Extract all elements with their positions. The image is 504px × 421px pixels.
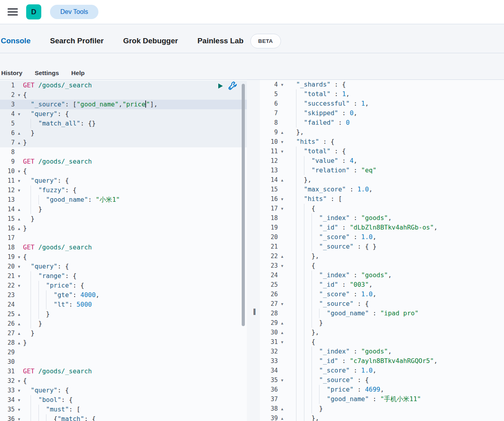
code-line[interactable]: 26▴ }	[0, 319, 247, 328]
fold-toggle-icon[interactable]: ▾	[279, 261, 285, 270]
tab-grok-debugger[interactable]: Grok Debugger	[123, 37, 178, 45]
code-line[interactable]: 39▴ },	[260, 413, 504, 421]
code-line[interactable]: 9GET /goods/_search	[0, 157, 247, 166]
fold-toggle-icon[interactable]: ▾	[279, 80, 285, 89]
code-line[interactable]: 26 "_score" : 1.0,	[260, 290, 504, 299]
code-line[interactable]: 27▾ "_source" : {	[260, 299, 504, 309]
fold-toggle-icon[interactable]: ▾	[16, 395, 22, 405]
fold-toggle-icon[interactable]: ▾	[279, 137, 285, 147]
code-line[interactable]: 6▴ }	[0, 128, 247, 138]
fold-toggle-icon[interactable]: ▾	[16, 386, 22, 395]
fold-toggle-icon[interactable]: ▾	[16, 281, 22, 290]
code-line[interactable]: 30▴ },	[260, 328, 504, 337]
menu-icon[interactable]	[5, 4, 21, 20]
code-line[interactable]: 1GET /goods/_search	[0, 81, 247, 90]
fold-toggle-icon[interactable]: ▴	[279, 404, 285, 413]
code-line[interactable]: 24 "_index" : "goods",	[260, 270, 504, 280]
code-line[interactable]: 23▾ {	[260, 261, 504, 270]
code-line[interactable]: 38▴ }	[260, 404, 504, 413]
code-line[interactable]: 11▾ "query": {	[0, 176, 247, 185]
response-pane[interactable]: 4▾ "_shards" : {5 "total" : 1,6 "success…	[260, 80, 504, 421]
code-line[interactable]: 35▾ "must": [	[0, 405, 247, 414]
fold-toggle-icon[interactable]: ▾	[16, 90, 22, 100]
menu-item-settings[interactable]: Settings	[35, 67, 59, 79]
code-line[interactable]: 13 "relation" : "eq"	[260, 166, 504, 175]
send-request-icon[interactable]	[216, 82, 224, 90]
code-line[interactable]: 18 "_index" : "goods",	[260, 213, 504, 223]
code-line[interactable]: 16▾ "hits" : [	[260, 194, 504, 204]
code-line[interactable]: 37 "good_name" : "手机小米11"	[260, 394, 504, 404]
code-line[interactable]: 7▴}	[0, 138, 247, 147]
code-line[interactable]: 19 "_id" : "dLbZln8BTkv4ahRGb-os",	[260, 223, 504, 232]
code-line[interactable]: 29▴ }	[260, 318, 504, 328]
fold-toggle-icon[interactable]: ▾	[16, 166, 22, 176]
code-line[interactable]: 18GET /goods/_search	[0, 243, 247, 252]
fold-toggle-icon[interactable]: ▴	[16, 328, 22, 338]
code-line[interactable]: 27▴ }	[0, 328, 247, 338]
fold-toggle-icon[interactable]: ▴	[16, 319, 22, 328]
code-line[interactable]: 33 "_id" : "c7ayln8BTkv4ahRGQOr5",	[260, 356, 504, 366]
fold-toggle-icon[interactable]: ▴	[279, 127, 285, 137]
code-line[interactable]: 17▾ {	[260, 204, 504, 213]
fold-toggle-icon[interactable]: ▴	[279, 318, 285, 328]
fold-toggle-icon[interactable]: ▾	[16, 109, 22, 119]
code-line[interactable]: 35▾ "_source" : {	[260, 375, 504, 385]
code-line[interactable]: 9▴ },	[260, 127, 504, 137]
code-line[interactable]: 22▴ },	[260, 251, 504, 261]
code-line[interactable]: 22▾ "price": {	[0, 281, 247, 290]
code-line[interactable]: 32 "_index" : "goods",	[260, 347, 504, 356]
code-line[interactable]: 7 "skipped" : 0,	[260, 108, 504, 118]
code-line[interactable]: 12▾ "fuzzy": {	[0, 185, 247, 195]
app-logo[interactable]: D	[26, 4, 41, 19]
code-line[interactable]: 11▾ "total" : {	[260, 147, 504, 156]
fold-toggle-icon[interactable]: ▴	[16, 224, 22, 233]
tab-painless-lab[interactable]: Painless Lab	[197, 37, 243, 45]
code-line[interactable]: 21▾ "range": {	[0, 271, 247, 281]
code-line[interactable]: 2▾{	[0, 90, 247, 100]
fold-toggle-icon[interactable]: ▾	[279, 204, 285, 213]
code-line[interactable]: 14▴ },	[260, 175, 504, 185]
code-line[interactable]: 31▾ {	[260, 337, 504, 347]
code-line[interactable]: 36▾ {"match": {	[0, 414, 247, 421]
code-line[interactable]: 4▾ "_shards" : {	[260, 80, 504, 89]
tab-console[interactable]: Console	[1, 37, 31, 45]
code-line[interactable]: 19▾{	[0, 252, 247, 262]
code-line[interactable]: 32▾{	[0, 376, 247, 386]
code-line[interactable]: 28▴}	[0, 338, 247, 348]
pane-resizer-handle[interactable]: ‖	[250, 306, 259, 317]
left-pane-scrollbar-thumb[interactable]	[242, 84, 245, 326]
fold-toggle-icon[interactable]: ▾	[279, 194, 285, 204]
code-line[interactable]: 5 "match_all": {}	[0, 119, 247, 128]
code-line[interactable]: 30	[0, 357, 247, 367]
fold-toggle-icon[interactable]: ▴	[279, 251, 285, 261]
fold-toggle-icon[interactable]: ▾	[279, 299, 285, 309]
code-line[interactable]: 13 "good_name": "小米1"	[0, 195, 247, 205]
code-line[interactable]: 16▴}	[0, 224, 247, 233]
code-line[interactable]: 24 "lt": 5000	[0, 300, 247, 309]
fold-toggle-icon[interactable]: ▴	[279, 175, 285, 185]
fold-toggle-icon[interactable]: ▾	[279, 147, 285, 156]
code-line[interactable]: 34 "_score" : 1.0,	[260, 366, 504, 375]
code-line[interactable]: 17	[0, 233, 247, 243]
request-options-wrench-icon[interactable]	[228, 81, 237, 91]
breadcrumb[interactable]: Dev Tools	[50, 5, 98, 19]
fold-toggle-icon[interactable]: ▴	[279, 328, 285, 337]
code-line[interactable]: 10▾ "hits" : {	[260, 137, 504, 147]
fold-toggle-icon[interactable]: ▾	[279, 337, 285, 347]
fold-toggle-icon[interactable]: ▴	[16, 128, 22, 138]
code-line[interactable]: 20▾ "query": {	[0, 262, 247, 271]
fold-toggle-icon[interactable]: ▴	[279, 413, 285, 421]
code-line[interactable]: 8	[0, 147, 247, 157]
fold-toggle-icon[interactable]: ▾	[279, 375, 285, 385]
fold-toggle-icon[interactable]: ▾	[16, 405, 22, 414]
code-line[interactable]: 6 "successful" : 1,	[260, 99, 504, 108]
code-line[interactable]: 20 "_score" : 1.0,	[260, 232, 504, 242]
code-line[interactable]: 8 "failed" : 0	[260, 118, 504, 127]
fold-toggle-icon[interactable]: ▾	[16, 376, 22, 386]
fold-toggle-icon[interactable]: ▴	[16, 214, 22, 224]
code-line[interactable]: 36 "price" : 4699,	[260, 385, 504, 394]
code-line[interactable]: 25▴ }	[0, 309, 247, 319]
fold-toggle-icon[interactable]: ▾	[16, 185, 22, 195]
code-line[interactable]: 15▴ }	[0, 214, 247, 224]
code-line[interactable]: 29	[0, 348, 247, 357]
